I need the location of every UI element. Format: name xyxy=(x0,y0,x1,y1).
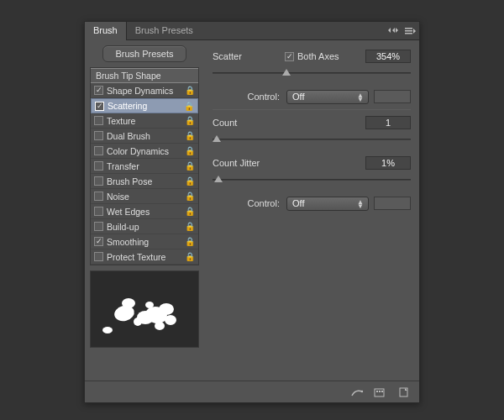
both-axes-label: Both Axes xyxy=(297,51,365,61)
count-slider[interactable] xyxy=(213,134,411,145)
lock-icon[interactable]: 🔒 xyxy=(184,237,196,246)
both-axes-checkbox[interactable]: ✓ xyxy=(285,52,294,61)
svg-rect-1 xyxy=(405,30,412,32)
option-label: Smoothing xyxy=(107,237,184,247)
svg-point-12 xyxy=(145,302,154,308)
checkbox[interactable]: ✓ xyxy=(94,86,103,95)
checkbox[interactable] xyxy=(94,207,103,216)
option-transfer[interactable]: Transfer 🔒 xyxy=(91,159,198,174)
left-column: Brush Presets Brush Tip Shape ✓ Shape Dy… xyxy=(85,40,204,381)
svg-point-9 xyxy=(159,303,174,315)
option-label: Scattering xyxy=(108,101,183,111)
option-label: Protect Texture xyxy=(107,252,184,262)
option-label: Noise xyxy=(107,192,184,202)
tab-brush-presets[interactable]: Brush Presets xyxy=(127,22,202,40)
option-scattering[interactable]: ✓ Scattering 🔒 xyxy=(91,98,198,113)
checkbox[interactable] xyxy=(94,176,103,186)
tab-brush[interactable]: Brush xyxy=(85,22,127,40)
svg-point-11 xyxy=(155,322,165,330)
lock-icon[interactable]: 🔒 xyxy=(184,86,196,95)
lock-icon[interactable]: 🔒 xyxy=(183,102,195,111)
checkbox[interactable] xyxy=(94,116,103,125)
checkbox[interactable]: ✓ xyxy=(95,102,104,111)
option-label: Wet Edges xyxy=(107,207,184,217)
scatter-label: Scatter xyxy=(213,51,285,61)
count-jitter-slider[interactable] xyxy=(213,174,411,186)
lock-icon[interactable]: 🔒 xyxy=(184,161,196,171)
checkbox[interactable] xyxy=(94,131,103,140)
option-noise[interactable]: Noise 🔒 xyxy=(91,189,198,204)
option-label: Brush Pose xyxy=(107,176,184,186)
control-label-1: Control: xyxy=(213,92,286,102)
lock-icon[interactable]: 🔒 xyxy=(184,116,196,125)
lock-icon[interactable]: 🔒 xyxy=(184,207,196,216)
chevron-updown-icon: ▲▼ xyxy=(357,93,364,102)
checkbox[interactable] xyxy=(94,192,103,201)
option-label: Transfer xyxy=(107,161,184,171)
new-preset-icon[interactable] xyxy=(374,386,387,399)
control-extra-field-2 xyxy=(374,197,411,210)
lock-icon[interactable]: 🔒 xyxy=(184,222,196,231)
count-label: Count xyxy=(213,118,365,128)
svg-rect-2 xyxy=(405,33,412,34)
option-smoothing[interactable]: ✓ Smoothing 🔒 xyxy=(91,234,198,249)
scatter-value[interactable]: 354% xyxy=(365,50,411,63)
svg-rect-0 xyxy=(405,28,412,29)
lock-icon[interactable]: 🔒 xyxy=(184,252,196,261)
option-texture[interactable]: Texture 🔒 xyxy=(91,113,198,129)
svg-rect-16 xyxy=(379,391,381,392)
panel-footer xyxy=(85,381,419,402)
svg-point-3 xyxy=(102,327,113,333)
scatter-slider[interactable] xyxy=(213,67,411,79)
count-value[interactable]: 1 xyxy=(365,116,411,129)
svg-rect-17 xyxy=(381,391,383,392)
control-extra-field xyxy=(374,90,411,103)
option-shape-dynamics[interactable]: ✓ Shape Dynamics 🔒 xyxy=(91,83,198,98)
brush-stroke-preview xyxy=(90,270,199,348)
checkbox[interactable] xyxy=(94,252,103,261)
control-label-2: Control: xyxy=(213,198,286,208)
svg-rect-15 xyxy=(376,391,378,392)
toggle-brush-icon[interactable] xyxy=(350,386,364,399)
lock-icon[interactable]: 🔒 xyxy=(184,192,196,201)
option-brush-tip-shape[interactable]: Brush Tip Shape xyxy=(91,68,198,83)
option-label: Color Dynamics xyxy=(107,146,184,156)
toggle-arrows-icon[interactable] xyxy=(387,24,399,36)
count-jitter-value[interactable]: 1% xyxy=(365,156,411,170)
panel-menu-icon[interactable] xyxy=(404,24,416,36)
settings-column: Scatter ✓ Both Axes 354% Control: Off ▲▼… xyxy=(204,40,419,381)
checkbox[interactable] xyxy=(94,161,103,171)
tab-bar: Brush Brush Presets xyxy=(85,22,419,40)
option-label: Brush Tip Shape xyxy=(96,71,198,81)
svg-point-10 xyxy=(165,315,176,325)
chevron-updown-icon: ▲▼ xyxy=(357,200,364,208)
lock-icon[interactable]: 🔒 xyxy=(184,176,196,186)
brush-options-list: Brush Tip Shape ✓ Shape Dynamics 🔒 ✓ Sca… xyxy=(90,67,199,265)
lock-icon[interactable]: 🔒 xyxy=(184,146,196,155)
svg-rect-14 xyxy=(375,389,384,396)
option-protect-texture[interactable]: Protect Texture 🔒 xyxy=(91,249,198,265)
svg-rect-18 xyxy=(400,388,407,396)
option-label: Dual Brush xyxy=(107,131,184,141)
option-dual-brush[interactable]: Dual Brush 🔒 xyxy=(91,129,198,144)
svg-point-5 xyxy=(122,298,135,308)
count-jitter-label: Count Jitter xyxy=(213,158,365,168)
option-label: Shape Dynamics xyxy=(107,86,184,96)
lock-icon[interactable]: 🔒 xyxy=(184,131,196,140)
option-label: Build-up xyxy=(107,222,184,232)
create-new-icon[interactable] xyxy=(397,386,411,399)
option-label: Texture xyxy=(107,116,184,126)
brush-presets-button[interactable]: Brush Presets xyxy=(102,45,186,62)
checkbox[interactable]: ✓ xyxy=(94,237,103,246)
scatter-control-select[interactable]: Off ▲▼ xyxy=(286,90,369,104)
svg-point-13 xyxy=(361,390,363,391)
checkbox[interactable] xyxy=(94,146,103,155)
option-color-dynamics[interactable]: Color Dynamics 🔒 xyxy=(91,144,198,159)
option-build-up[interactable]: Build-up 🔒 xyxy=(91,219,198,234)
brush-panel: Brush Brush Presets Brush Presets Brush … xyxy=(84,21,420,403)
checkbox[interactable] xyxy=(94,222,103,231)
jitter-control-select[interactable]: Off ▲▼ xyxy=(286,197,369,211)
option-wet-edges[interactable]: Wet Edges 🔒 xyxy=(91,204,198,219)
option-brush-pose[interactable]: Brush Pose 🔒 xyxy=(91,174,198,189)
